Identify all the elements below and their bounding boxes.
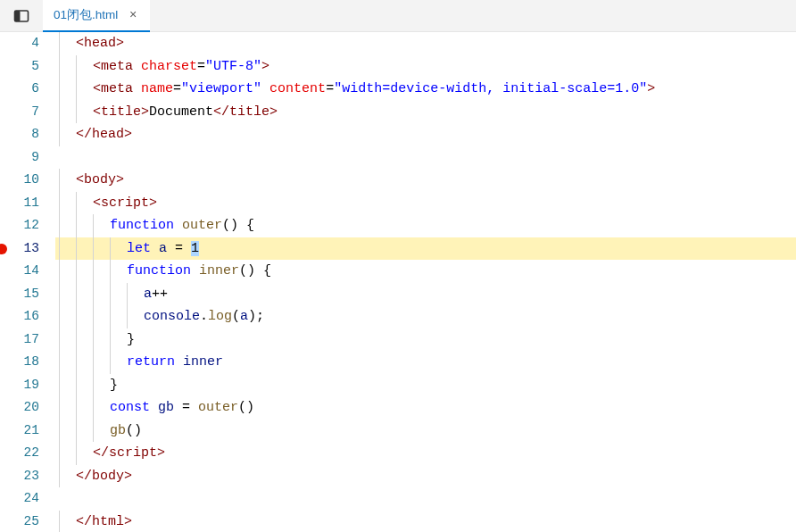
token: log bbox=[208, 309, 232, 324]
code-line[interactable]: <meta name="viewport" content="width=dev… bbox=[55, 78, 796, 101]
line-number[interactable]: 18 bbox=[0, 351, 39, 374]
indent-guide bbox=[59, 328, 60, 352]
code-line[interactable] bbox=[55, 487, 796, 511]
line-number[interactable]: 6 bbox=[0, 78, 39, 101]
line-number[interactable]: 8 bbox=[0, 123, 39, 146]
panel-toggle-icon[interactable] bbox=[0, 0, 43, 32]
line-number[interactable]: 22 bbox=[0, 442, 39, 465]
token bbox=[150, 400, 158, 415]
code-line[interactable]: } bbox=[55, 328, 796, 352]
line-number[interactable]: 14 bbox=[0, 260, 39, 283]
line-number[interactable]: 25 bbox=[0, 511, 39, 533]
code-line[interactable]: const gb = outer() bbox=[55, 396, 796, 420]
code-line[interactable]: } bbox=[55, 374, 796, 397]
line-number[interactable]: 7 bbox=[0, 101, 39, 124]
code-line[interactable]: <title>Document</title> bbox=[55, 101, 796, 124]
line-number[interactable]: 19 bbox=[0, 374, 39, 397]
line-number[interactable]: 12 bbox=[0, 214, 39, 237]
layout-icon bbox=[13, 8, 29, 24]
indent-guide bbox=[76, 192, 77, 215]
editor-container: 01闭包.html × 4567891011121314151617181920… bbox=[0, 0, 796, 532]
token: > bbox=[124, 469, 132, 484]
indent-guide bbox=[93, 214, 94, 237]
code-line[interactable]: <body> bbox=[55, 169, 796, 192]
code-content: } bbox=[59, 332, 135, 347]
line-number[interactable]: 4 bbox=[0, 32, 39, 55]
line-number[interactable]: 11 bbox=[0, 192, 39, 215]
token: </ bbox=[213, 104, 229, 120]
code-content: </html> bbox=[59, 514, 132, 529]
indent-guide bbox=[93, 283, 94, 306]
line-number[interactable]: 10 bbox=[0, 169, 39, 192]
line-number[interactable]: 17 bbox=[0, 328, 39, 352]
code-line[interactable]: <head> bbox=[55, 32, 796, 55]
code-line[interactable]: function inner() { bbox=[55, 260, 796, 283]
token: title bbox=[229, 104, 269, 120]
indent-guide bbox=[59, 511, 60, 533]
token: a bbox=[159, 241, 167, 256]
line-number[interactable]: 9 bbox=[0, 146, 39, 170]
code-line[interactable] bbox=[55, 146, 796, 170]
token bbox=[151, 241, 159, 256]
token: ); bbox=[248, 309, 264, 324]
close-icon[interactable]: × bbox=[125, 7, 141, 23]
line-number[interactable]: 13 bbox=[0, 237, 39, 261]
indent-guide bbox=[59, 351, 60, 374]
code-line[interactable]: gb() bbox=[55, 420, 796, 443]
token: > bbox=[116, 172, 124, 187]
token: content bbox=[269, 81, 326, 96]
code-line[interactable]: </html> bbox=[55, 511, 796, 533]
indent-guide bbox=[76, 55, 77, 79]
token: () { bbox=[222, 218, 254, 233]
indent-guide bbox=[76, 214, 77, 237]
line-number[interactable]: 23 bbox=[0, 465, 39, 488]
line-number[interactable]: 20 bbox=[0, 396, 39, 420]
code-content: </body> bbox=[59, 469, 132, 484]
token: </ bbox=[76, 514, 92, 529]
indent-guide bbox=[76, 396, 77, 420]
code-content: gb() bbox=[59, 423, 142, 438]
token: > bbox=[647, 81, 655, 96]
token: charset bbox=[141, 59, 197, 74]
tab-active[interactable]: 01闭包.html × bbox=[43, 0, 150, 32]
token: "UTF-8" bbox=[205, 59, 261, 74]
indent-guide bbox=[59, 374, 60, 397]
code-line[interactable]: console.log(a); bbox=[55, 305, 796, 328]
code-line[interactable]: a++ bbox=[55, 283, 796, 306]
code-line[interactable]: function outer() { bbox=[55, 214, 796, 237]
token: < bbox=[93, 104, 101, 120]
indent-guide bbox=[59, 78, 60, 101]
code-area[interactable]: <head><meta charset="UTF-8"><meta name="… bbox=[55, 32, 796, 532]
breakpoint-icon[interactable] bbox=[0, 244, 7, 254]
code-content: function outer() { bbox=[59, 218, 254, 233]
line-number[interactable]: 21 bbox=[0, 420, 39, 443]
token: () { bbox=[239, 263, 271, 278]
code-content: } bbox=[59, 378, 118, 393]
code-line[interactable]: </script> bbox=[55, 442, 796, 465]
indent-guide bbox=[76, 420, 77, 443]
code-line[interactable]: let a = 1 bbox=[55, 237, 796, 261]
line-number[interactable]: 15 bbox=[0, 283, 39, 306]
code-line[interactable]: <script> bbox=[55, 192, 796, 215]
indent-guide bbox=[59, 169, 60, 192]
token: } bbox=[110, 378, 118, 393]
line-number[interactable]: 5 bbox=[0, 55, 39, 79]
token: () bbox=[126, 423, 142, 438]
code-line[interactable]: </body> bbox=[55, 465, 796, 488]
token: ( bbox=[232, 309, 240, 324]
code-content: <script> bbox=[59, 195, 157, 211]
token: script bbox=[109, 445, 157, 461]
code-line[interactable]: return inner bbox=[55, 351, 796, 374]
token: html bbox=[92, 514, 124, 529]
code-line[interactable]: <meta charset="UTF-8"> bbox=[55, 55, 796, 79]
line-number[interactable]: 24 bbox=[0, 487, 39, 511]
code-line[interactable]: </head> bbox=[55, 123, 796, 146]
gutter[interactable]: 45678910111213141516171819202122232425 bbox=[0, 32, 55, 532]
token: gb bbox=[110, 423, 126, 438]
svg-rect-1 bbox=[15, 11, 21, 21]
token: ++ bbox=[152, 287, 168, 302]
indent-guide bbox=[127, 283, 128, 306]
token bbox=[261, 81, 269, 96]
indent-guide bbox=[76, 260, 77, 283]
line-number[interactable]: 16 bbox=[0, 305, 39, 328]
